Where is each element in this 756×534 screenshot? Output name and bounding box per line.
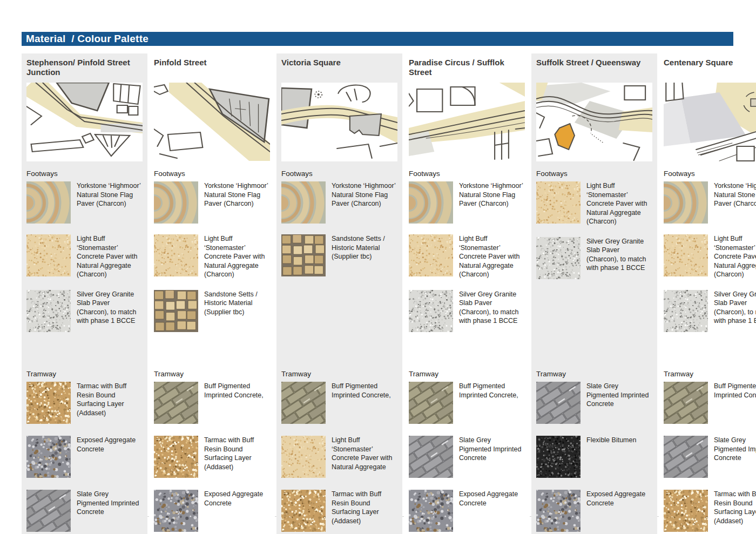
material-label: Light Buff ‘Stonemaster’ Concrete Paver … bbox=[714, 234, 756, 279]
material-swatch bbox=[536, 382, 580, 424]
map-thumbnail bbox=[154, 83, 270, 161]
page-title: Material / Colour Palette bbox=[22, 32, 733, 46]
material-row: Buff Pigmented Imprinted Concrete, bbox=[664, 382, 756, 424]
material-row: Light Buff ‘Stonemaster’ Concrete Paver … bbox=[154, 234, 270, 279]
material-row: Tarmac with Buff Resin Bound Surfacing L… bbox=[154, 436, 270, 478]
material-swatch bbox=[154, 490, 198, 532]
material-row: Slate Grey Pigmented Imprinted Concrete bbox=[409, 436, 525, 478]
material-swatch bbox=[664, 382, 708, 424]
material-label: Light Buff ‘Stonemaster’ Concrete Paver … bbox=[586, 181, 652, 226]
material-label: Yorkstone ‘Highmoor’ Natural Stone Flag … bbox=[204, 181, 270, 224]
material-label: Tarmac with Buff Resin Bound Surfacing L… bbox=[77, 382, 143, 424]
footways-list: Light Buff ‘Stonemaster’ Concrete Paver … bbox=[536, 181, 652, 362]
material-label: Yorkstone ‘Highmoor’ Natural Stone Flag … bbox=[332, 181, 397, 224]
material-row: Buff Pigmented Imprinted Concrete, bbox=[409, 382, 525, 424]
column-title: Pinfold Street bbox=[154, 58, 270, 80]
material-swatch bbox=[154, 234, 198, 276]
tramway-section-label: Tramway bbox=[409, 370, 525, 378]
material-label: Slate Grey Pigmented Imprinted Concrete bbox=[459, 436, 525, 478]
material-label: Light Buff ‘Stonemaster’ Concrete Paver … bbox=[332, 436, 397, 478]
material-row: Yorkstone ‘Highmoor’ Natural Stone Flag … bbox=[664, 181, 756, 224]
tramway-section-label: Tramway bbox=[154, 370, 270, 378]
material-row: Slate Grey Pigmented Imprinted Concrete bbox=[536, 382, 652, 424]
tramway-list: Buff Pigmented Imprinted Concrete, Slate… bbox=[409, 382, 525, 532]
material-swatch bbox=[281, 436, 326, 478]
column-title: Stephenson/ Pinfold Street Junction bbox=[26, 58, 143, 80]
material-label: Slate Grey Pigmented Imprinted Concrete bbox=[586, 382, 652, 424]
material-label: Tarmac with Buff Resin Bound Surfacing L… bbox=[204, 436, 270, 478]
material-label: Light Buff ‘Stonemaster’ Concrete Paver … bbox=[204, 234, 270, 279]
map-thumbnail bbox=[281, 83, 397, 161]
material-label: Exposed Aggregate Concrete bbox=[459, 490, 525, 532]
material-row: Buff Pigmented Imprinted Concrete, bbox=[281, 382, 397, 424]
street-column-centenary-square: Centenary Square Footways Yorkstone ‘Hig… bbox=[659, 53, 756, 534]
material-swatch bbox=[409, 234, 453, 276]
material-swatch bbox=[154, 181, 198, 224]
material-label: Exposed Aggregate Concrete bbox=[204, 490, 270, 532]
material-swatch bbox=[281, 490, 326, 532]
material-row: Tarmac with Buff Resin Bound Surfacing L… bbox=[26, 382, 143, 424]
material-swatch bbox=[536, 181, 580, 224]
column-title: Paradise Circus / Sufflok Street bbox=[409, 58, 525, 80]
tramway-section-label: Tramway bbox=[536, 370, 652, 378]
palette-board: Stephenson/ Pinfold Street Junction Foot… bbox=[22, 53, 733, 517]
street-column-suffolk-queensway: Suffolk Street / Queensway Footways Ligh… bbox=[531, 53, 657, 534]
footways-section-label: Footways bbox=[664, 170, 756, 178]
material-label: Buff Pigmented Imprinted Concrete, bbox=[459, 382, 525, 424]
tramway-list: Buff Pigmented Imprinted Concrete, Tarma… bbox=[154, 382, 270, 532]
material-swatch bbox=[154, 382, 198, 424]
material-swatch bbox=[664, 490, 708, 532]
material-swatch bbox=[26, 181, 71, 224]
footways-section-label: Footways bbox=[536, 170, 652, 178]
material-swatch bbox=[409, 490, 453, 532]
material-row: Yorkstone ‘Highmoor’ Natural Stone Flag … bbox=[154, 181, 270, 224]
material-swatch bbox=[409, 290, 453, 332]
tramway-section-label: Tramway bbox=[26, 370, 143, 378]
material-label: Exposed Aggregate Concrete bbox=[586, 490, 652, 532]
tramway-section-label: Tramway bbox=[664, 370, 756, 378]
material-swatch bbox=[281, 234, 326, 276]
tramway-section-label: Tramway bbox=[281, 370, 397, 378]
material-label: Slate Grey Pigmented Imprinted Concrete bbox=[714, 436, 756, 478]
material-row: Flexible Bitumen bbox=[536, 436, 652, 478]
material-label: Buff Pigmented Imprinted Concrete, bbox=[204, 382, 270, 424]
material-swatch bbox=[154, 436, 198, 478]
material-row: Light Buff ‘Stonemaster’ Concrete Paver … bbox=[409, 234, 525, 279]
material-label: Silver Grey Granite Slab Paver (Charcon)… bbox=[77, 290, 143, 332]
map-thumbnail bbox=[409, 83, 525, 161]
tramway-list: Buff Pigmented Imprinted Concrete, Light… bbox=[281, 382, 397, 532]
footways-section-label: Footways bbox=[281, 170, 397, 178]
material-row: Tarmac with Buff Resin Bound Surfacing L… bbox=[664, 490, 756, 532]
footways-list: Yorkstone ‘Highmoor’ Natural Stone Flag … bbox=[154, 181, 270, 362]
material-row: Yorkstone ‘Highmoor’ Natural Stone Flag … bbox=[409, 181, 525, 224]
material-row: Light Buff ‘Stonemaster’ Concrete Paver … bbox=[26, 234, 143, 279]
column-title: Suffolk Street / Queensway bbox=[536, 58, 652, 80]
map-thumbnail bbox=[26, 83, 143, 161]
material-swatch bbox=[664, 436, 708, 478]
material-swatch bbox=[154, 290, 198, 332]
material-swatch bbox=[536, 436, 580, 478]
material-row: Silver Grey Granite Slab Paver (Charcon)… bbox=[409, 290, 525, 332]
material-swatch bbox=[664, 181, 708, 224]
map-thumbnail bbox=[536, 83, 652, 161]
material-swatch bbox=[26, 382, 71, 424]
material-row: Silver Grey Granite Slab Paver (Charcon)… bbox=[26, 290, 143, 332]
street-column-paradise-circus: Paradise Circus / Sufflok Street Footway… bbox=[404, 53, 530, 534]
material-row: Exposed Aggregate Concrete bbox=[26, 436, 143, 478]
material-label: Buff Pigmented Imprinted Concrete, bbox=[714, 382, 756, 424]
column-title: Centenary Square bbox=[664, 58, 756, 80]
material-row: Slate Grey Pigmented Imprinted Concrete bbox=[664, 436, 756, 478]
material-swatch bbox=[409, 382, 453, 424]
material-label: Buff Pigmented Imprinted Concrete, bbox=[332, 382, 397, 424]
material-label: Exposed Aggregate Concrete bbox=[77, 436, 143, 478]
street-column-victoria-square: Victoria Square Footways Yorkstone ‘High… bbox=[276, 53, 402, 534]
map-thumbnail bbox=[664, 83, 756, 161]
material-row: Yorkstone ‘Highmoor’ Natural Stone Flag … bbox=[281, 181, 397, 224]
material-row: Sandstone Setts / Historic Material (Sup… bbox=[154, 290, 270, 332]
footways-list: Yorkstone ‘Highmoor’ Natural Stone Flag … bbox=[409, 181, 525, 362]
material-swatch bbox=[26, 234, 71, 276]
material-swatch bbox=[26, 490, 71, 532]
footways-section-label: Footways bbox=[26, 170, 143, 178]
tramway-list: Buff Pigmented Imprinted Concrete, Slate… bbox=[664, 382, 756, 532]
material-row: Exposed Aggregate Concrete bbox=[154, 490, 270, 532]
